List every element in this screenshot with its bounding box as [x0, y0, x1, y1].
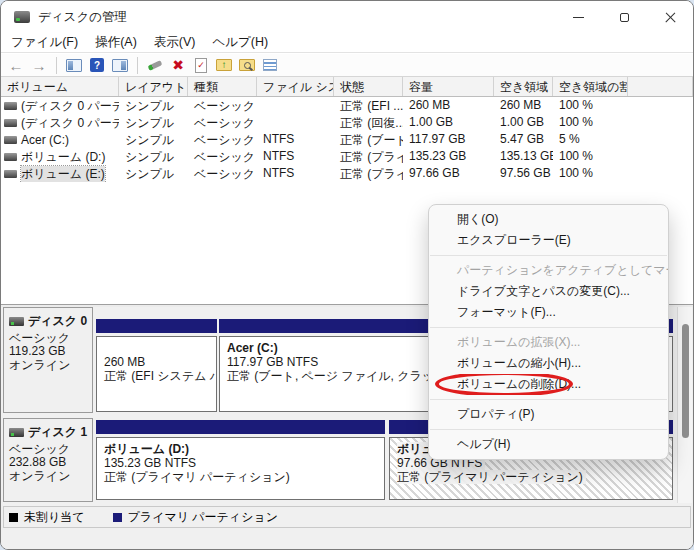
- table-row[interactable]: (ディスク 0 パーティショ... シンプル ベーシック 正常 (EFI ...…: [1, 97, 693, 114]
- scrollbar-thumb[interactable]: [682, 324, 689, 438]
- cell-capacity: 117.97 GB: [403, 131, 494, 148]
- disk1-size: 232.88 GB: [9, 456, 92, 470]
- partition-size: 260 MB: [104, 355, 216, 369]
- menu-item-extend-volume[interactable]: ボリュームの拡張(X)...: [429, 332, 668, 353]
- menu-item-mark-active[interactable]: パーティションをアクティブとしてマーク(M): [429, 260, 668, 281]
- legend-bar: 未割り当て プライマリ パーティション: [3, 506, 691, 528]
- cell-layout: シンプル: [119, 165, 188, 182]
- table-row[interactable]: (ディスク 0 パーティショ... シンプル ベーシック 正常 (回復... 1…: [1, 114, 693, 131]
- column-header-volume[interactable]: ボリューム: [1, 77, 119, 96]
- volume-context-menu: 開く(O) エクスプローラー(E) パーティションをアクティブとしてマーク(M)…: [428, 204, 669, 460]
- maximize-icon: [620, 13, 629, 22]
- menu-action[interactable]: 操作(A): [95, 34, 137, 51]
- menu-item-format[interactable]: フォーマット(F)...: [429, 302, 668, 323]
- column-header-type[interactable]: 種類: [188, 77, 257, 96]
- menu-item-delete-volume[interactable]: ボリュームの削除(D)...: [429, 374, 668, 395]
- legend-unallocated-label: 未割り当て: [24, 509, 85, 526]
- disk0-partition1-efi[interactable]: 260 MB 正常 (EFI システム パーティ: [96, 336, 217, 412]
- menu-item-properties[interactable]: プロパティ(P): [429, 404, 668, 425]
- menu-separator: [430, 399, 667, 400]
- partition-status: 正常 (プライマリ パーティション): [104, 470, 384, 484]
- help-icon[interactable]: ?: [88, 56, 106, 74]
- cell-free-pct: 5 %: [553, 131, 628, 148]
- disk1-label[interactable]: ディスク 1 ベーシック 232.88 GB オンライン: [3, 418, 93, 502]
- cell-free: 1.00 GB: [494, 114, 553, 131]
- table-row[interactable]: ボリューム (D:) シンプル ベーシック NTFS 正常 (プライ... 13…: [1, 148, 693, 165]
- column-header-free[interactable]: 空き領域: [494, 77, 553, 96]
- vertical-scrollbar[interactable]: [677, 307, 692, 503]
- delete-volume-icon[interactable]: ✖: [169, 56, 187, 74]
- partition-title: [104, 341, 216, 355]
- cell-layout: シンプル: [119, 97, 188, 114]
- close-button[interactable]: [647, 1, 693, 33]
- menu-help[interactable]: ヘルプ(H): [212, 34, 268, 51]
- partition-status: 正常 (プライマリ パーティション): [397, 470, 586, 484]
- column-header-status[interactable]: 状態: [334, 77, 403, 96]
- cell-filesystem: NTFS: [257, 131, 334, 148]
- cell-type: ベーシック: [188, 114, 257, 131]
- disk0-name: ディスク 0: [28, 315, 87, 329]
- rescan-disks-icon[interactable]: [146, 56, 164, 74]
- disk0-label[interactable]: ディスク 0 ベーシック 119.23 GB オンライン: [3, 307, 93, 413]
- menu-separator: [430, 429, 667, 430]
- app-icon: [14, 11, 30, 23]
- minimize-button[interactable]: [555, 1, 601, 33]
- menu-separator: [430, 255, 667, 256]
- forward-icon[interactable]: →: [30, 56, 48, 74]
- cell-free: 135.13 GB: [494, 148, 553, 165]
- cell-volume: (ディスク 0 パーティショ...: [21, 98, 119, 115]
- column-header-free-pct[interactable]: 空き領域の割..: [553, 77, 628, 96]
- menu-item-shrink-volume[interactable]: ボリュームの縮小(H)...: [429, 353, 668, 374]
- cell-type: ベーシック: [188, 97, 257, 114]
- cell-status: 正常 (ブート...: [334, 131, 403, 148]
- cell-filesystem: NTFS: [257, 148, 334, 165]
- column-header-capacity[interactable]: 容量: [403, 77, 494, 96]
- cell-layout: シンプル: [119, 114, 188, 131]
- maximize-button[interactable]: [601, 1, 647, 33]
- menu-item-explorer[interactable]: エクスプローラー(E): [429, 230, 668, 251]
- column-header-layout[interactable]: レイアウト: [119, 77, 188, 96]
- table-row-selected[interactable]: ボリューム (E:) シンプル ベーシック NTFS 正常 (プライ... 97…: [1, 165, 693, 182]
- explore-icon[interactable]: [238, 56, 256, 74]
- toolbar: ← → ? ✖ ✓ ↑: [1, 54, 693, 77]
- primary-partition-swatch-icon: [113, 513, 122, 522]
- minimize-icon: [573, 17, 584, 18]
- cell-volume: (ディスク 0 パーティショ...: [21, 115, 119, 132]
- disk-icon: [9, 428, 24, 437]
- legend-primary-label: プライマリ パーティション: [128, 509, 278, 526]
- cell-filesystem: [257, 97, 334, 114]
- disk1-type: ベーシック: [9, 443, 92, 457]
- close-icon: [665, 12, 676, 23]
- table-row[interactable]: Acer (C:) シンプル ベーシック NTFS 正常 (ブート... 117…: [1, 131, 693, 148]
- cell-status: 正常 (プライ...: [334, 165, 403, 182]
- menu-item-help[interactable]: ヘルプ(H): [429, 434, 668, 455]
- menu-view[interactable]: 表示(V): [154, 34, 196, 51]
- menu-item-change-drive-letter[interactable]: ドライブ文字とパスの変更(C)...: [429, 281, 668, 302]
- disk1-partition1-d[interactable]: ボリューム (D:) 135.23 GB NTFS 正常 (プライマリ パーティ…: [96, 437, 385, 500]
- disk1-name: ディスク 1: [28, 426, 87, 440]
- disk0-size: 119.23 GB: [9, 345, 92, 359]
- disk-icon: [9, 317, 24, 326]
- up-folder-icon[interactable]: ↑: [215, 56, 233, 74]
- menu-item-open[interactable]: 開く(O): [429, 209, 668, 230]
- column-header-filesystem[interactable]: ファイル システム: [257, 77, 334, 96]
- back-icon[interactable]: ←: [7, 56, 25, 74]
- partition-title: ボリューム (D:): [104, 442, 384, 456]
- console-tree-icon[interactable]: [65, 56, 83, 74]
- cell-capacity: 97.66 GB: [403, 165, 494, 182]
- cell-type: ベーシック: [188, 131, 257, 148]
- cell-capacity: 1.00 GB: [403, 114, 494, 131]
- action-pane-icon[interactable]: [111, 56, 129, 74]
- cell-free: 5.47 GB: [494, 131, 553, 148]
- cell-layout: シンプル: [119, 131, 188, 148]
- cell-type: ベーシック: [188, 148, 257, 165]
- properties-icon[interactable]: ✓: [192, 56, 210, 74]
- menu-file[interactable]: ファイル(F): [11, 34, 78, 51]
- disk0-partition1-bar: [96, 319, 217, 333]
- unallocated-swatch-icon: [9, 513, 18, 522]
- cell-free-pct: 100 %: [553, 97, 628, 114]
- list-header: ボリューム レイアウト 種類 ファイル システム 状態 容量 空き領域 空き領域…: [1, 77, 693, 97]
- volume-icon: [4, 153, 17, 161]
- details-view-icon[interactable]: [261, 56, 279, 74]
- partition-size: 135.23 GB NTFS: [104, 456, 384, 470]
